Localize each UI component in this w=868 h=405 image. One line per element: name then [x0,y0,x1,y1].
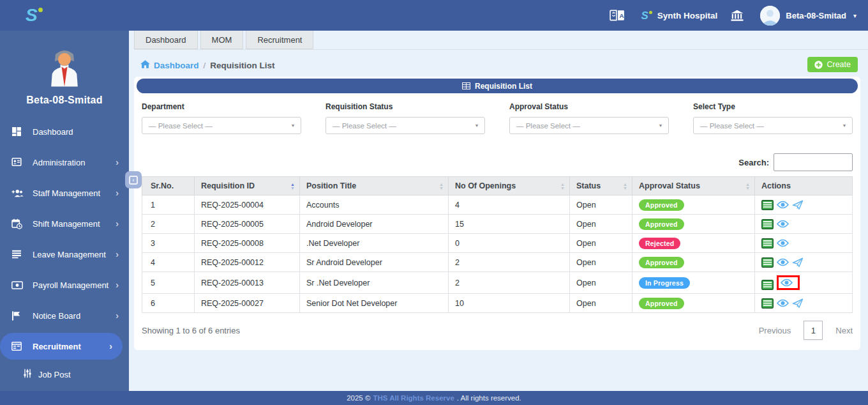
list-action-icon[interactable] [761,238,774,248]
cell-sr-no: 2 [142,215,195,234]
sidebar-item-staff-management[interactable]: Staff Management› [0,178,129,208]
chevron-down-icon: ▾ [475,123,478,128]
cell-status: Open [570,253,632,272]
sidebar-item-administration[interactable]: Administration› [0,147,129,178]
breadcrumb-dashboard-link[interactable]: Dashboard [140,60,199,70]
sliders-icon [23,369,32,380]
eye-action-icon[interactable] [781,279,793,287]
eye-action-icon[interactable] [777,220,789,228]
column-header-status[interactable]: Status▲▼ [570,177,632,195]
hospital-brand[interactable]: S Synth Hospital [641,10,717,21]
sidebar-item-dashboard[interactable]: Dashboard [0,116,129,147]
cell-approval-status: Approved [632,215,755,234]
next-page-button[interactable]: Next [835,326,853,335]
eye-action-icon[interactable] [777,258,789,266]
cell-position-title: Senior Dot Net Developer [300,294,449,313]
cell-actions [755,272,853,294]
chevron-right-icon: › [116,280,119,289]
column-header-actions: Actions [755,177,853,195]
sidebar-item-leave-management[interactable]: Leave Management› [0,239,129,270]
tab-recruitment[interactable]: Recruitment [246,31,313,49]
table-grid-icon [462,82,470,89]
list-action-icon[interactable] [761,298,774,309]
footer-link[interactable]: THS All Rights Reserve [373,394,454,402]
breadcrumb-separator: / [204,61,206,70]
filter-select-approval-status[interactable]: — Please Select —▾ [509,117,669,134]
topbar-right-group: A S Synth Hospital Beta-08-Smitad ▾ [610,6,857,26]
list-lines-icon [11,250,27,259]
column-header-label: Status [576,181,601,190]
column-header-position-title[interactable]: Position Title▲▼ [300,177,449,195]
approval-status-badge: In Progress [639,277,690,289]
requisition-table-wrap: Sr.No.Requisition ID▲▼Position Title▲▼No… [142,176,853,313]
cell-requisition-id: REQ-2025-00027 [195,294,300,313]
sidebar-item-notice-board[interactable]: Notice Board› [0,300,129,331]
cell-status: Open [570,272,632,294]
svg-text:A: A [620,12,624,19]
filter-select-select-type[interactable]: — Please Select —▾ [693,117,853,134]
filter-select-requisition-status[interactable]: — Please Select —▾ [326,117,485,134]
filter-select-department[interactable]: — Please Select —▾ [142,117,301,134]
chevron-down-icon: ▾ [853,12,857,19]
send-action-icon[interactable] [792,200,804,210]
send-action-icon[interactable] [792,298,804,309]
filter-label: Requisition Status [326,102,485,111]
cell-actions [755,195,853,215]
panel-header: Requisition List [137,79,858,93]
sidebar-item-recruitment[interactable]: Recruitment› [0,333,123,360]
footer-rights: . All rights reserved. [457,394,521,402]
user-menu[interactable]: Beta-08-Smitad ▾ [760,6,857,26]
sidebar-collapse-toggle[interactable]: ‹ [125,171,142,188]
chevron-down-icon: ▾ [292,123,294,128]
cell-requisition-id: REQ-2025-00012 [195,253,300,272]
previous-page-button[interactable]: Previous [759,326,791,335]
cell-openings: 10 [449,294,570,313]
chevron-down-icon: ▾ [659,123,662,128]
sidebar-item-payroll-management[interactable]: Payroll Management› [0,270,129,300]
app-logo[interactable]: S [26,6,38,24]
list-action-icon[interactable] [761,200,774,210]
sort-icon: ▲▼ [623,183,627,190]
column-header-requisition-id[interactable]: Requisition ID▲▼ [195,177,300,195]
list-action-icon[interactable] [761,257,774,268]
sidebar-subitem-job-post[interactable]: Job Post [0,362,129,387]
calendar-clock-icon [11,218,27,229]
cell-status: Open [570,195,632,215]
sidebar-menu: DashboardAdministration›Staff Management… [0,116,129,391]
tab-mom[interactable]: MOM [200,31,244,49]
cell-requisition-id: REQ-2025-00004 [195,195,300,215]
sort-down-arrow: ▼ [439,186,444,190]
flag-icon [11,311,27,321]
list-action-icon[interactable] [761,219,774,229]
eye-action-icon[interactable] [777,201,789,209]
chevron-right-icon: › [116,250,119,259]
sidebar-subitem-job-application[interactable]: Job Application [0,387,129,391]
tab-dashboard[interactable]: Dashboard [134,31,198,49]
column-header-label: Sr.No. [151,181,174,190]
column-header-no-of-openings[interactable]: No Of Openings▲▼ [449,177,570,195]
plus-circle-icon [814,61,823,69]
sidebar-item-label: Dashboard [33,127,73,137]
list-action-icon[interactable] [761,280,774,290]
chevron-right-icon: › [116,219,119,228]
table-row: 1REQ-2025-00004Accounts4OpenApproved [142,195,853,215]
table-row: 5REQ-2025-00013Sr .Net Developer2OpenIn … [142,272,853,294]
entries-summary: Showing 1 to 6 of 6 entries [142,326,240,335]
create-button[interactable]: Create [807,57,858,72]
eye-action-icon[interactable] [777,239,789,247]
chevron-down-icon: ▾ [843,123,846,128]
chevron-right-icon: › [116,311,119,320]
sidebar-item-shift-management[interactable]: Shift Management› [0,208,129,239]
cell-openings: 4 [449,195,570,215]
page-number-button[interactable]: 1 [804,321,823,340]
send-action-icon[interactable] [792,257,804,268]
language-icon[interactable]: A [610,9,625,22]
institution-icon[interactable] [730,10,744,22]
filters-row: Department— Please Select —▾Requisition … [142,102,853,134]
search-input[interactable] [774,153,853,171]
cell-sr-no: 4 [142,253,195,272]
table-footer: Showing 1 to 6 of 6 entries Previous 1 N… [142,313,853,350]
eye-action-icon[interactable] [777,299,789,307]
sidebar-subitem-label: Job Post [38,370,71,379]
column-header-approval-status[interactable]: Approval Status▲▼ [632,177,755,195]
